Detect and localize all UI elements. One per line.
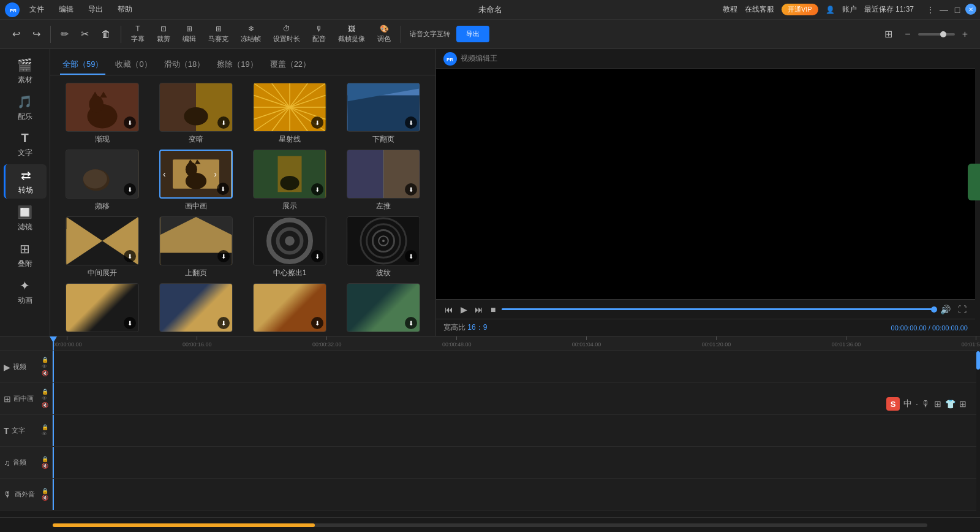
sidebar-item-filter[interactable]: 🔲 滤镜 [4, 201, 47, 235]
voiceover-lock-button[interactable]: 🔒 [42, 488, 48, 494]
tab-erase[interactable]: 擦除（19） [214, 55, 260, 75]
audio-mute-button[interactable]: 🔇 [42, 463, 48, 469]
crop-button[interactable]: ⊡ 裁剪 [152, 23, 175, 45]
tab-cover[interactable]: 覆盖（22） [268, 55, 313, 75]
right-tab-button[interactable] [968, 164, 980, 200]
sidebar-item-animation[interactable]: ✦ 动画 [4, 275, 47, 309]
transition-more-3[interactable]: ⬇ [246, 283, 334, 332]
download-zhongxin[interactable]: ⬇ [311, 250, 323, 262]
transition-jianxian[interactable]: ⬇ 渐现 [58, 83, 146, 145]
sidebar-item-media[interactable]: 🎬 素材 [4, 54, 47, 88]
download-more-3[interactable]: ⬇ [311, 317, 323, 329]
tab-favorite[interactable]: 收藏（0） [113, 55, 154, 75]
tab-all[interactable]: 全部（59） [60, 55, 105, 75]
next-frame-button[interactable]: ⏭ [473, 303, 484, 316]
menu-file[interactable]: 文件 [27, 3, 47, 16]
voiceover-mute-button[interactable]: 🔇 [42, 495, 48, 501]
freeze-button[interactable]: ❄ 冻结帧 [236, 23, 266, 45]
zoom-fit-button[interactable]: ⊞ [880, 27, 897, 41]
mosaic-button[interactable]: ⊞ 马赛克 [203, 23, 233, 45]
sidebar-item-text[interactable]: T 文字 [4, 127, 47, 162]
vip-button[interactable]: 开通VIP [782, 4, 818, 15]
transition-more-2[interactable]: ⬇ [151, 283, 240, 332]
video-eye-button[interactable]: 👁 [42, 364, 48, 370]
edit-button[interactable]: ⊞ 编辑 [178, 23, 201, 45]
prev-frame-button[interactable]: ⏮ [443, 303, 454, 316]
volume-button[interactable]: 🔊 [939, 303, 952, 316]
stop-button[interactable]: ■ [489, 303, 497, 316]
download-xingshe[interactable]: ⬇ [311, 116, 323, 129]
audio-lock-button[interactable]: 🔒 [42, 457, 48, 462]
transition-shangyeye[interactable]: ⬇ 上翻页 [151, 216, 240, 278]
play-button[interactable]: ▶ [459, 303, 469, 316]
transition-zhanshi[interactable]: ⬇ 展示 [246, 150, 334, 211]
menu-edit[interactable]: 编辑 [56, 3, 76, 16]
download-jianxian[interactable]: ⬇ [124, 116, 136, 129]
undo-button[interactable]: ↩ [7, 27, 25, 41]
video-track-content[interactable] [53, 351, 976, 382]
cut-button[interactable]: ✂ [76, 27, 94, 41]
export-button[interactable]: 导出 [456, 26, 489, 42]
pip-eye-button[interactable]: 👁 [42, 396, 48, 401]
pen-button[interactable]: ✏ [56, 27, 74, 41]
text-track-content[interactable] [53, 415, 976, 446]
menu-help[interactable]: 帮助 [115, 3, 135, 16]
color-button[interactable]: 🎨 调色 [372, 23, 396, 45]
audio-track-content[interactable] [53, 447, 976, 478]
support-link[interactable]: 在线客服 [745, 4, 774, 15]
zoom-in-button[interactable]: + [957, 28, 973, 41]
download-pinyi[interactable]: ⬇ [124, 183, 136, 196]
dubbing-button[interactable]: 🎙 配音 [307, 23, 331, 45]
sidebar-item-overlay[interactable]: ⊞ 叠附 [4, 238, 47, 272]
download-zhongjian[interactable]: ⬇ [124, 250, 136, 262]
transition-zhongxin[interactable]: ⬇ 中心擦出1 [246, 216, 334, 278]
download-zhanshi[interactable]: ⬇ [311, 183, 323, 196]
sidebar-item-transition[interactable]: ⇄ 转场 [4, 164, 47, 199]
download-more-2[interactable]: ⬇ [217, 317, 230, 329]
timeline-scroll-thumb[interactable] [53, 523, 315, 527]
maximize-button[interactable]: □ [953, 6, 962, 14]
download-shangyeye[interactable]: ⬇ [217, 250, 230, 262]
transition-bianhua[interactable]: ⬇ 变暗 [151, 83, 240, 145]
transition-huazhonghua[interactable]: ‹ › ⬇ 画中画 [151, 150, 240, 211]
speech-text-button[interactable]: 语音文字互转 [406, 28, 454, 40]
zoom-slider[interactable] [918, 33, 955, 36]
duration-button[interactable]: ⏱ 设置时长 [268, 23, 305, 45]
transition-bowen[interactable]: ⬇ 波纹 [339, 216, 428, 278]
transition-xingshe[interactable]: ⬇ 星射线 [246, 83, 334, 145]
frame-button[interactable]: 🖼 截帧提像 [333, 23, 370, 45]
menu-export[interactable]: 导出 [86, 3, 105, 16]
sidebar-item-music[interactable]: 🎵 配乐 [4, 91, 47, 125]
download-more-4[interactable]: ⬇ [405, 317, 417, 329]
account-label[interactable]: 账户 [842, 4, 857, 15]
download-more-1[interactable]: ⬇ [124, 317, 136, 329]
more-options-icon[interactable]: ⋮ [926, 6, 935, 14]
right-scroll-thumb[interactable] [976, 351, 980, 370]
pip-mute-button[interactable]: 🔇 [42, 403, 48, 408]
video-lock-button[interactable]: 🔒 [42, 357, 48, 363]
tab-slide[interactable]: 滑动（18） [162, 55, 207, 75]
transition-xia[interactable]: ⬇ 下翻页 [339, 83, 428, 145]
transition-zuotui[interactable]: ⬇ 左推 [339, 150, 428, 211]
voiceover-track-content[interactable] [53, 479, 976, 510]
fullscreen-button[interactable]: ⛶ [957, 303, 968, 316]
preview-progress-bar[interactable] [502, 308, 934, 310]
redo-button[interactable]: ↪ [28, 27, 45, 41]
transition-more-4[interactable]: ⬇ [339, 283, 428, 332]
text-lock-button[interactable]: 🔒 [42, 425, 48, 430]
pip-lock-button[interactable]: 🔒 [42, 389, 48, 395]
download-huazhonghua[interactable]: ⬇ [217, 183, 229, 195]
transition-more-1[interactable]: ⬇ [58, 283, 146, 332]
video-mute-button[interactable]: 🔇 [42, 371, 48, 376]
transition-pinyi[interactable]: ⬇ 频移 [58, 150, 146, 211]
zoom-out-button[interactable]: − [900, 28, 915, 41]
tutorial-link[interactable]: 教程 [723, 4, 737, 15]
preview-close-button[interactable]: ✕ [965, 4, 976, 15]
delete-button[interactable]: 🗑 [96, 28, 116, 41]
minimize-button[interactable]: — [940, 6, 948, 14]
download-bianhua[interactable]: ⬇ [217, 116, 230, 129]
text-eye-button[interactable]: 👁 [42, 431, 48, 437]
pip-track-content[interactable]: S 中 · 🎙 ⊞ 👕 ⊞ [53, 383, 976, 414]
subtitle-button[interactable]: T 字幕 [126, 23, 149, 45]
timeline-scrollbar[interactable] [53, 523, 927, 527]
